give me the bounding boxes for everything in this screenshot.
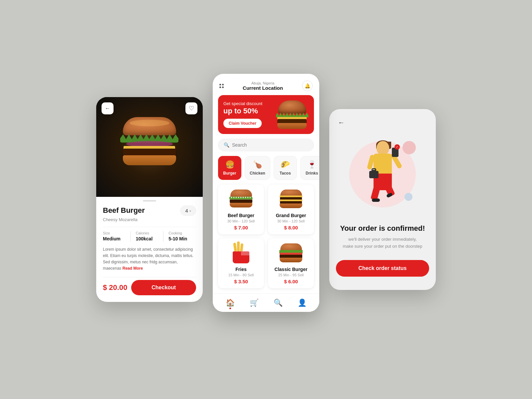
banner-burger-image [275,100,309,129]
profile-icon: 👤 [298,299,307,307]
person-head [377,141,389,155]
food-card-grand-burger[interactable]: Grand Burger 30 Min - 120 Sell $ 8.00 [268,185,314,234]
order-desc-line1: we'll deliver your order immediately, [348,237,416,242]
category-drinks[interactable]: 🍷 Drinks [300,156,319,180]
drinks-category-label: Drinks [306,171,318,176]
check-order-status-button[interactable]: Check order status [336,260,429,277]
nav-search[interactable]: 🔍 [274,299,283,307]
phone3-screen: ← ✓ Your ord [329,109,436,290]
promo-banner[interactable]: Get special discount up to 50% Claim Vou… [218,95,314,134]
phone1-hero-image [96,97,203,197]
person-bag [369,171,379,178]
order-confirmed-title: Your order is confirmed! [336,224,429,233]
classic-burger-illustration [279,243,304,263]
nav-profile[interactable]: 👤 [298,299,307,307]
category-tacos[interactable]: 🌮 Tacos [274,156,297,180]
person-shoe-left [372,199,380,202]
phone2-screen: Abuja, Nigeria Current Location 🔔 Get sp… [213,74,319,312]
cooking-value: 5-10 Min [168,236,187,241]
title-row: Beef Burger 4 - [103,205,196,216]
back-arrow-icon: ← [338,119,345,126]
fries-image [228,242,254,264]
phone3-back-button[interactable]: ← [336,117,347,128]
divider [103,227,196,227]
size-label: Size [103,231,131,235]
notification-button[interactable]: 🔔 [302,80,313,91]
phone1-footer: $ 20.00 Checkout [103,277,196,295]
food-card-fries[interactable]: Fries 15 Min - 80 Sell $ 3.50 [218,238,264,288]
search-bar[interactable]: 🔍 [218,139,314,151]
illustration-sm-circle1 [402,141,416,154]
burger-bun-top [123,117,176,135]
fries-illustration [230,243,252,263]
category-burger[interactable]: 🍔 Burger [218,156,241,180]
fries-name: Fries [222,267,260,272]
order-confirmed-illustration: ✓ [343,134,422,214]
illustration-sm-circle2 [404,193,412,201]
category-chicken[interactable]: 🍗 Chicken [245,156,270,180]
search-icon: 🔍 [224,142,229,148]
order-desc-line2: make sure your order put on the doorstep [343,244,422,249]
chicken-category-icon: 🍗 [253,160,262,169]
product-description: Lorem ipsum dolor sit amet, consectetur … [103,246,196,272]
dot2 [222,84,224,85]
product-title: Beef Burger [103,206,145,215]
tacos-category-icon: 🌮 [281,160,290,169]
cooking-label: Cooking [168,231,196,235]
cart-icon: 🛒 [250,299,259,307]
location-label: Current Location [243,85,283,91]
nav-cart[interactable]: 🛒 [250,299,259,307]
back-arrow-icon [105,105,110,111]
banner-title: up to 50% [223,107,262,115]
bottom-nav: 🏠 🛒 🔍 👤 [213,294,319,312]
person-phone-check: ✓ [395,144,400,150]
bell-icon: 🔔 [305,83,310,88]
beef-burger-name: Beef Burger [222,213,260,218]
banner-subtitle: Get special discount [223,101,262,106]
location-display: Abuja, Nigeria Current Location [243,81,283,91]
checkout-button[interactable]: Checkout [131,280,196,295]
person-bag-handle [372,168,376,171]
food-card-classic-burger[interactable]: Classic Burger 25 Min - 95 Sell $ 6.00 [268,238,314,288]
quantity-control[interactable]: 4 - [180,205,196,216]
classic-burger-price: $ 6.00 [272,279,310,284]
size-value: Medium [103,236,121,241]
grand-burger-meta: 30 Min - 120 Sell [272,219,310,223]
phone1-favorite-button[interactable] [185,102,197,114]
menu-dots-button[interactable] [219,84,224,88]
drinks-category-icon: 🍷 [307,160,316,169]
grand-burger-name: Grand Burger [272,213,310,218]
product-price: $ 20.00 [103,283,127,292]
beef-burger-meta: 30 Min - 120 Sell [222,219,260,223]
tacos-category-label: Tacos [280,171,291,176]
food-card-beef-burger[interactable]: Beef Burger 30 Min - 120 Sell $ 7.00 [218,185,264,234]
dot3 [219,86,221,88]
product-subtitle: Cheesy Mozarella [103,217,196,222]
dot4 [222,86,224,88]
person-leg-left [371,184,381,201]
heart-icon [189,105,194,112]
fries-price: $ 3.50 [222,279,260,284]
spec-cooking: Cooking 5-10 Min [163,231,196,242]
calories-label: Calories [136,231,163,235]
nav-home[interactable]: 🏠 [226,299,235,307]
phone1-screen: Beef Burger 4 - Cheesy Mozarella Size Me… [96,97,203,302]
burger-illustration [116,114,183,174]
food-grid: Beef Burger 30 Min - 120 Sell $ 7.00 [213,185,319,294]
search-input[interactable] [232,142,308,148]
classic-burger-name: Classic Burger [272,267,310,272]
order-confirmed-desc: we'll deliver your order immediately, ma… [336,236,429,250]
phone2-header: Abuja, Nigeria Current Location 🔔 [213,74,319,95]
calories-value: 100kcal [136,236,153,241]
classic-burger-meta: 25 Min - 95 Sell [272,273,310,277]
read-more-link[interactable]: Read More [123,266,143,271]
specs-row: Size Medium Calories 100kcal Cooking 5-1… [103,231,196,242]
fries-meta: 15 Min - 80 Sell [222,273,260,277]
claim-voucher-button[interactable]: Claim Voucher [223,119,262,128]
phone1-back-button[interactable] [102,102,114,114]
burger-category-icon: 🍔 [225,160,234,169]
location-city: Abuja, Nigeria [243,81,283,85]
spec-calories: Calories 100kcal [131,231,163,242]
home-icon: 🏠 [226,299,235,307]
mini-burger-illustration [229,190,254,209]
